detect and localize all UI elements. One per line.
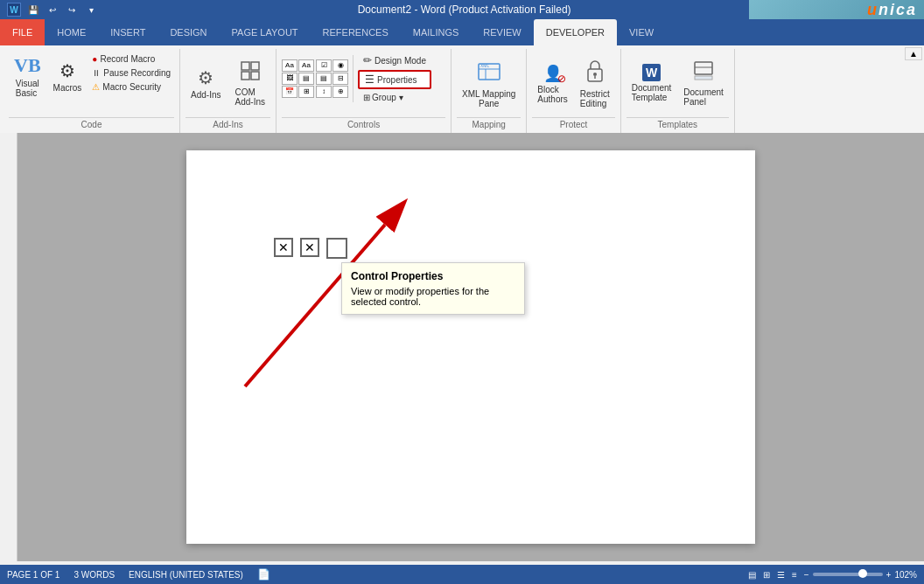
layout-icon-print[interactable]: ▤ [748,570,756,580]
left-sidebar [0,133,18,561]
templates-group-label: Templates [626,117,729,131]
mapping-group-label: Mapping [457,117,521,131]
restrict-editing-label: RestrictEditing [580,89,610,108]
com-addins-button[interactable]: COMAdd-Ins [230,57,270,110]
tab-design[interactable]: DESIGN [158,19,219,45]
ctrl-box-outline[interactable] [326,238,347,259]
zoom-level: 102% [894,570,917,580]
document-template-button[interactable]: W DocumentTemplate [626,60,677,106]
svg-rect-0 [242,62,249,70]
addins-button[interactable]: ⚙ Add-Ins [186,64,226,103]
com-addins-label: COMAdd-Ins [235,87,265,107]
svg-rect-1 [251,62,259,70]
tab-home[interactable]: HOME [45,19,98,45]
unica-text: unica [867,1,917,19]
radio1-button[interactable]: ◉ [332,59,348,72]
document-panel-icon [693,60,714,86]
ctrl-box-empty[interactable]: ✕ [300,238,319,257]
properties-icon: ☰ [365,73,374,86]
security-icon: ⚠ [92,82,100,92]
tab-page-layout[interactable]: PAGE LAYOUT [220,19,311,45]
layout-icon-outline[interactable]: ☰ [777,570,785,580]
tab-references[interactable]: REFERENCES [311,19,401,45]
tab-mailings[interactable]: MAILINGS [401,19,472,45]
group-label: Group ▾ [372,93,403,102]
ribbon-group-templates: W DocumentTemplate DocumentPanel Templat… [621,49,735,133]
xml-mapping-button[interactable]: XML XML MappingPane [457,55,521,112]
layout-icon-draft[interactable]: ≡ [792,570,797,580]
svg-point-9 [593,73,597,76]
check-mark: ✕ [278,240,289,254]
zoom-slider[interactable] [813,573,883,576]
unica-u: u [867,1,878,18]
block-authors-icon: 👤 ⊘ [543,63,563,83]
text-aa2-button[interactable]: Aa [298,59,314,72]
properties-button[interactable]: ☰ Properties [358,70,431,89]
design-mode-button[interactable]: ✏ Design Mode [358,52,431,68]
tab-review[interactable]: REVIEW [471,19,533,45]
text-aa-button[interactable]: Aa [282,59,298,72]
design-mode-icon: ✏ [363,54,372,66]
svg-rect-3 [251,72,259,80]
document-panel-button[interactable]: DocumentPanel [678,57,729,110]
document-area: ✕ ✕ Control Properties View or modify pr… [0,133,924,561]
customize-qa-button[interactable]: ▾ [82,1,100,18]
macros-button[interactable]: ⚙ Macros [48,51,88,101]
macros-label: Macros [53,83,82,93]
spin-button[interactable]: ⊕ [332,86,348,98]
scroll-button[interactable]: ↕ [316,86,332,98]
quick-access-toolbar: 💾 ↩ ↪ ▾ [24,1,100,18]
date-button[interactable]: 📅 [282,86,298,98]
pause-recording-button[interactable]: ⏸ Pause Recording [88,66,174,80]
block-authors-button[interactable]: 👤 ⊘ BlockAuthors [532,59,572,108]
ctrl-box-checked[interactable]: ✕ [274,238,293,257]
checkbox1-button[interactable]: ☑ [316,59,332,72]
addins-label: Add-Ins [191,90,220,100]
block-button[interactable]: ⊞ [298,86,314,98]
window-title: Document2 - Word (Product Activation Fai… [100,3,829,16]
record-macro-button[interactable]: ● Record Macro [88,52,174,66]
ribbon-group-mapping: XML XML MappingPane Mapping [452,49,527,133]
restrict-editing-button[interactable]: RestrictEditing [575,55,615,112]
record-macro-label: Record Macro [100,54,155,64]
ribbon-group-addins: ⚙ Add-Ins COMAdd-Ins Add-Ins [180,49,276,133]
visual-basic-button[interactable]: VB VisualBasic [9,51,46,101]
tab-insert[interactable]: INSERT [98,19,158,45]
tooltip-description: View or modify properties for the select… [351,286,515,307]
protect-group-content: 👤 ⊘ BlockAuthors RestrictEditing [532,51,614,115]
controls-group-content: Aa Aa 🖼 ▤ 📅 ⊞ ☑ ◉ [282,51,445,104]
macro-security-button[interactable]: ⚠ Macro Security [88,80,174,94]
svg-rect-13 [695,76,712,80]
document-panel-label: DocumentPanel [683,87,724,107]
xml-mapping-icon: XML [477,59,501,87]
ribbon-collapse-button[interactable]: ▲ [905,47,922,60]
layout-icon-web[interactable]: ⊞ [763,570,770,580]
tab-file[interactable]: FILE [0,19,45,45]
unica-logo: unica [749,0,924,19]
document-template-icon: W [642,64,661,81]
save-button[interactable]: 💾 [24,1,42,18]
title-bar: W 💾 ↩ ↪ ▾ Document2 - Word (Product Acti… [0,0,924,19]
undo-button[interactable]: ↩ [44,1,61,18]
zoom-in-button[interactable]: + [886,570,892,580]
document-template-label: DocumentTemplate [632,83,672,102]
zoom-out-button[interactable]: − [804,570,809,580]
tab-view[interactable]: VIEW [617,19,666,45]
design-mode-label: Design Mode [374,56,426,66]
code-group-label: Code [9,117,174,131]
document-status-icon[interactable]: 📄 [257,568,270,581]
svg-rect-2 [242,72,249,80]
document-scroll-area[interactable]: ✕ ✕ [18,133,924,561]
restrict-editing-icon [584,59,606,87]
group-button[interactable]: ⊞ Group ▾ [358,91,431,104]
properties-label: Properties [377,75,417,85]
combo2-button[interactable]: ⊟ [332,73,348,85]
controls-top-row: Aa Aa 🖼 ▤ 📅 ⊞ ☑ ◉ [282,52,445,104]
combo-button[interactable]: ▤ [298,73,314,85]
list-button[interactable]: ▤ [316,73,332,85]
control-properties-tooltip: Control Properties View or modify proper… [341,262,525,315]
redo-button[interactable]: ↪ [63,1,80,18]
tab-developer[interactable]: DEVELOPER [534,19,617,45]
visual-basic-icon: VB [14,54,41,77]
picture-button[interactable]: 🖼 [282,73,298,85]
